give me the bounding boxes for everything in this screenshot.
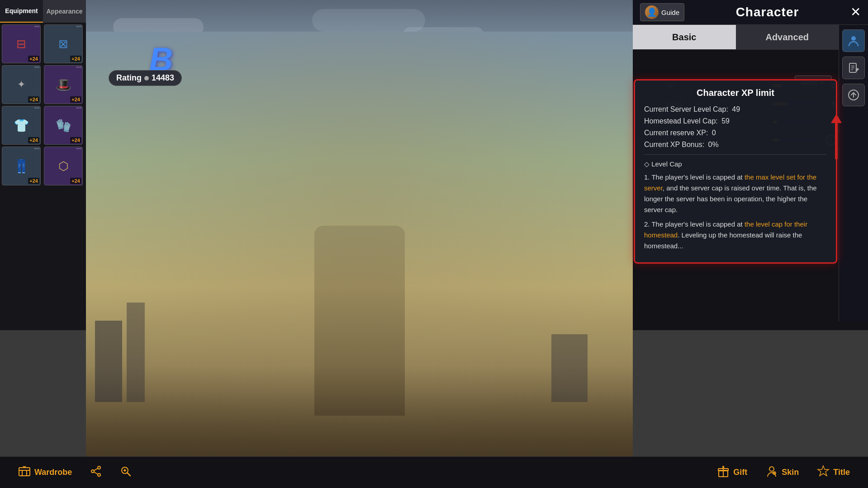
slot-badge-6: +24 [70, 137, 81, 143]
slot-badge-4: +24 [70, 96, 81, 103]
equip-slot-5[interactable]: 👕 +24 [2, 106, 41, 145]
tab-advanced[interactable]: Advanced [736, 25, 839, 49]
slot-dots-3 [34, 66, 39, 68]
xp-homestead-line: Homestead Level Cap: 59 [644, 117, 827, 125]
left-tab-bar: Equipment Appearance [0, 0, 86, 23]
server-level-label: Current Server Level Cap: [644, 105, 728, 113]
server-level-value: 49 [732, 105, 740, 113]
xp-reserve-line: Current reserve XP: 0 [644, 129, 827, 137]
right-icon-panel [839, 25, 868, 321]
reserve-value: 0 [712, 129, 716, 137]
text1-pre: 1. The player's level is capped at [644, 173, 745, 181]
zoom-button[interactable] [120, 465, 132, 480]
character-icon-btn[interactable] [842, 29, 865, 52]
slot-dots-5 [34, 107, 39, 109]
toolbar-right: Gift Skin Title [717, 465, 850, 480]
svg-line-13 [128, 473, 131, 476]
tab-basic[interactable]: Basic [633, 25, 736, 49]
gift-button[interactable]: Gift [717, 465, 747, 480]
wardrobe-button[interactable]: Wardrobe [18, 465, 72, 480]
slot-dots-6 [76, 107, 81, 109]
share-button[interactable] [90, 465, 102, 480]
skin-button[interactable]: Skin [765, 465, 799, 480]
svg-marker-21 [818, 466, 829, 476]
slot-dots-1 [34, 26, 39, 27]
equip-slot-2[interactable]: ⊠ +24 [44, 24, 83, 63]
equipment-grid: ⊟ +24 ⊠ +24 ✦ +24 🎩 +24 👕 +24 [0, 23, 86, 187]
level-cap-text-2: 2. The player's level is capped at the l… [644, 219, 827, 251]
text2-pre: 2. The player's level is capped at [644, 220, 745, 228]
rating-label: Rating [116, 73, 142, 83]
rating-badge: Rating 14483 [109, 70, 182, 86]
character-portrait-bg [86, 32, 633, 456]
homestead-label: Homestead Level Cap: [644, 117, 718, 125]
text1-post: , and the server cap is raised over time… [644, 184, 817, 213]
svg-point-8 [91, 470, 94, 473]
guide-avatar: 👤 [645, 5, 659, 19]
equip-slot-1[interactable]: ⊟ +24 [2, 24, 41, 63]
slot-badge-2: +24 [70, 56, 81, 62]
rating-dot [144, 76, 149, 81]
svg-point-0 [851, 36, 856, 41]
gift-label: Gift [733, 468, 747, 477]
wardrobe-icon [18, 465, 31, 480]
xp-bonus-value: 0% [708, 141, 719, 148]
svg-point-19 [769, 467, 774, 471]
svg-line-11 [94, 472, 98, 474]
slot-badge-8: +24 [70, 178, 81, 184]
notepad-icon-btn[interactable] [842, 57, 865, 79]
tab-appearance[interactable]: Appearance [43, 0, 86, 23]
svg-point-9 [98, 474, 100, 476]
equip-slot-4[interactable]: 🎩 +24 [44, 65, 83, 104]
xp-tooltip-popup: Character XP limit Current Server Level … [634, 79, 837, 264]
arrow-head [831, 114, 842, 123]
toolbar-left: Wardrobe [18, 465, 132, 480]
slot-badge-3: +24 [28, 96, 39, 103]
close-button[interactable]: ✕ [850, 6, 861, 19]
skin-label: Skin [782, 468, 799, 477]
equip-slot-7[interactable]: 👖 +24 [2, 147, 41, 185]
slot-badge-1: +24 [28, 56, 39, 62]
xp-bonus-line: Current XP Bonus: 0% [644, 141, 827, 149]
guide-button[interactable]: 👤 Guide [640, 3, 684, 21]
equip-slot-3[interactable]: ✦ +24 [2, 65, 41, 104]
arrow-shaft [835, 123, 838, 159]
slot-dots-8 [76, 148, 81, 149]
xp-server-level-line: Current Server Level Cap: 49 [644, 105, 827, 114]
title-icon [817, 465, 830, 480]
slot-badge-5: +24 [28, 137, 39, 143]
bottom-toolbar: Wardrobe [0, 456, 868, 488]
svg-rect-6 [19, 468, 30, 476]
share-icon [90, 465, 102, 480]
title-button[interactable]: Title [817, 465, 850, 480]
xp-bonus-label: Current XP Bonus: [644, 141, 704, 148]
rating-value: 14483 [152, 73, 174, 83]
xp-tooltip-title: Character XP limit [644, 88, 827, 98]
guide-label: Guide [661, 9, 679, 16]
tab-equipment[interactable]: Equipment [0, 0, 43, 23]
skin-icon [765, 465, 778, 480]
svg-point-20 [773, 471, 776, 475]
slot-dots-4 [76, 66, 81, 68]
slot-badge-7: +24 [28, 178, 39, 184]
equip-slot-8[interactable]: ⬡ +24 [44, 147, 83, 185]
svg-line-10 [94, 468, 98, 470]
title-label: Title [833, 468, 850, 477]
zoom-icon [120, 465, 132, 480]
gift-icon [717, 465, 730, 480]
level-cap-heading: ◇ Level Cap [644, 160, 827, 168]
reserve-label: Current reserve XP: [644, 129, 708, 137]
upload-icon-btn[interactable] [842, 84, 865, 106]
homestead-value: 59 [721, 117, 730, 125]
level-cap-text-1: 1. The player's level is capped at the m… [644, 172, 827, 215]
wardrobe-label: Wardrobe [34, 468, 72, 477]
panel-title: Character [736, 5, 799, 19]
slot-dots-2 [76, 26, 81, 27]
panel-header: 👤 Guide Character ✕ [633, 0, 868, 25]
slot-dots-7 [34, 148, 39, 149]
xp-divider [644, 154, 827, 155]
svg-point-7 [98, 466, 100, 469]
main-tab-bar: Basic Advanced [633, 25, 839, 50]
equip-slot-6[interactable]: 🧤 +24 [44, 106, 83, 145]
arrow-indicator [831, 114, 842, 159]
